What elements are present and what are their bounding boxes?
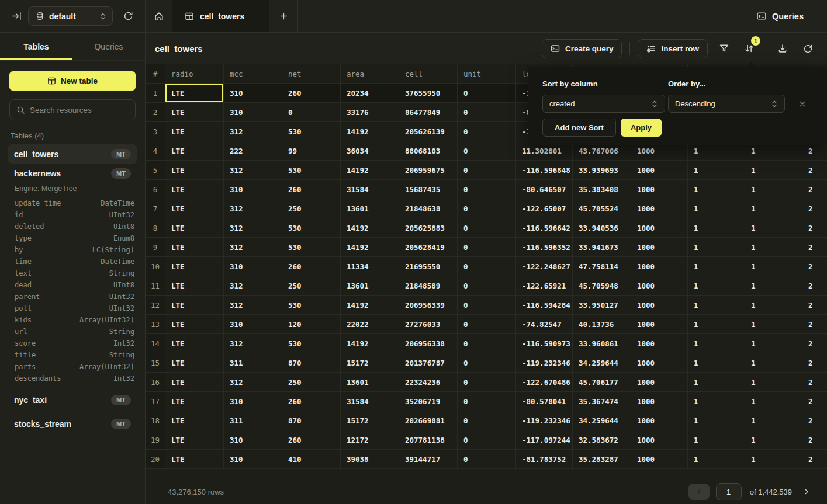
table-cell[interactable]: -119.232346 bbox=[516, 411, 573, 430]
table-cell[interactable]: 310 bbox=[224, 450, 282, 469]
table-cell[interactable]: 1 bbox=[688, 276, 745, 296]
table-cell[interactable]: 0 bbox=[458, 257, 516, 276]
table-cell[interactable]: 33.941673 bbox=[573, 238, 631, 257]
table-cell[interactable]: 2 bbox=[802, 257, 827, 276]
table-cell[interactable]: LTE bbox=[165, 180, 224, 199]
table-cell[interactable]: 1000 bbox=[631, 353, 688, 373]
table-cell[interactable]: 530 bbox=[282, 296, 341, 315]
table-cell[interactable]: 1 bbox=[745, 373, 802, 392]
table-cell[interactable]: 86477849 bbox=[399, 103, 458, 122]
table-cell[interactable]: 0 bbox=[458, 353, 516, 373]
table-cell[interactable]: -81.783752 bbox=[516, 450, 573, 469]
table-cell[interactable]: 0 bbox=[458, 238, 516, 257]
table-cell[interactable]: 1000 bbox=[631, 257, 688, 276]
table-cell[interactable]: 312 bbox=[224, 218, 282, 238]
table-cell[interactable]: 34.259644 bbox=[573, 411, 631, 430]
table-cell[interactable]: 34.259644 bbox=[573, 353, 631, 373]
selected-cell[interactable]: LTE bbox=[165, 84, 224, 103]
table-cell[interactable]: 312 bbox=[224, 238, 282, 257]
table-cell[interactable]: 88068103 bbox=[399, 141, 458, 161]
table-cell[interactable]: 2 bbox=[802, 180, 827, 199]
database-selector[interactable]: default bbox=[28, 6, 113, 26]
table-cell[interactable]: 0 bbox=[458, 392, 516, 411]
column-header-area[interactable]: area bbox=[341, 64, 399, 84]
table-cell[interactable]: 311 bbox=[224, 353, 282, 373]
table-cell[interactable]: 1000 bbox=[631, 180, 688, 199]
page-number-input[interactable] bbox=[716, 483, 742, 500]
table-cell[interactable]: 1 bbox=[688, 411, 745, 430]
table-cell[interactable]: -122.248627 bbox=[516, 257, 573, 276]
table-cell[interactable]: 14192 bbox=[341, 334, 399, 353]
table-cell[interactable]: 1 bbox=[745, 450, 802, 469]
table-cell[interactable]: -122.65007 bbox=[516, 199, 573, 218]
table-cell[interactable]: 0 bbox=[458, 411, 516, 430]
tab-cell-towers[interactable]: cell_towers bbox=[172, 0, 269, 32]
next-page-button[interactable] bbox=[800, 484, 813, 500]
table-cell[interactable]: 206959675 bbox=[399, 161, 458, 180]
table-cell[interactable]: 21848638 bbox=[399, 199, 458, 218]
table-cell[interactable]: 2 bbox=[802, 430, 827, 450]
table-cell[interactable]: 13601 bbox=[341, 199, 399, 218]
table-cell[interactable]: 31584 bbox=[341, 392, 399, 411]
table-cell[interactable]: 1000 bbox=[631, 238, 688, 257]
table-cell[interactable]: 310 bbox=[224, 180, 282, 199]
table-cell[interactable]: 312 bbox=[224, 122, 282, 141]
table-cell[interactable]: 47.758114 bbox=[573, 257, 631, 276]
table-cell[interactable]: 1 bbox=[688, 430, 745, 450]
table-cell[interactable]: 33.939693 bbox=[573, 161, 631, 180]
table-cell[interactable]: 312 bbox=[224, 373, 282, 392]
sidebar-tab-tables[interactable]: Tables bbox=[0, 33, 72, 60]
table-cell[interactable]: 1 bbox=[688, 296, 745, 315]
table-cell[interactable]: -80.578041 bbox=[516, 392, 573, 411]
table-cell[interactable]: 45.706177 bbox=[573, 373, 631, 392]
sidebar-tab-queries[interactable]: Queries bbox=[72, 33, 145, 60]
table-cell[interactable]: 1 bbox=[688, 161, 745, 180]
table-cell[interactable]: 310 bbox=[224, 103, 282, 122]
table-cell[interactable]: 1 bbox=[688, 392, 745, 411]
table-cell[interactable]: 260 bbox=[282, 180, 341, 199]
table-cell[interactable]: LTE bbox=[165, 276, 224, 296]
table-cell[interactable]: 260 bbox=[282, 84, 341, 103]
table-cell[interactable]: LTE bbox=[165, 392, 224, 411]
table-cell[interactable]: -116.596848 bbox=[516, 161, 573, 180]
table-cell[interactable]: LTE bbox=[165, 103, 224, 122]
table-cell[interactable]: -117.097244 bbox=[516, 430, 573, 450]
download-icon[interactable] bbox=[774, 40, 791, 57]
table-cell[interactable]: 14192 bbox=[341, 238, 399, 257]
table-cell[interactable]: 2 bbox=[802, 334, 827, 353]
table-cell[interactable]: 0 bbox=[458, 161, 516, 180]
refresh-table-icon[interactable] bbox=[799, 40, 816, 57]
table-cell[interactable]: 32.583672 bbox=[573, 430, 631, 450]
table-cell[interactable]: 1 bbox=[745, 296, 802, 315]
insert-row-button[interactable]: Insert row bbox=[638, 39, 708, 58]
table-cell[interactable]: 1 bbox=[745, 180, 802, 199]
new-table-button[interactable]: New table bbox=[9, 71, 136, 91]
table-cell[interactable]: -122.65921 bbox=[516, 276, 573, 296]
table-cell[interactable]: LTE bbox=[165, 315, 224, 334]
table-cell[interactable]: 15687435 bbox=[399, 180, 458, 199]
table-cell[interactable]: 1 bbox=[745, 238, 802, 257]
table-cell[interactable]: 310 bbox=[224, 315, 282, 334]
table-cell[interactable]: -116.596352 bbox=[516, 238, 573, 257]
table-cell[interactable]: 2 bbox=[802, 238, 827, 257]
table-cell[interactable]: 1 bbox=[688, 373, 745, 392]
sidebar-item-stocks-stream[interactable]: stocks_stream MT bbox=[8, 414, 137, 433]
new-tab-button[interactable] bbox=[269, 0, 298, 32]
table-cell[interactable]: LTE bbox=[165, 122, 224, 141]
table-cell[interactable]: 205625883 bbox=[399, 218, 458, 238]
table-cell[interactable]: 40.13736 bbox=[573, 315, 631, 334]
table-cell[interactable]: 205626139 bbox=[399, 122, 458, 141]
table-cell[interactable]: 0 bbox=[458, 122, 516, 141]
table-cell[interactable]: 310 bbox=[224, 84, 282, 103]
table-cell[interactable]: 36034 bbox=[341, 141, 399, 161]
table-cell[interactable]: 310 bbox=[224, 430, 282, 450]
table-cell[interactable]: LTE bbox=[165, 161, 224, 180]
table-cell[interactable]: 530 bbox=[282, 122, 341, 141]
table-cell[interactable]: LTE bbox=[165, 373, 224, 392]
table-cell[interactable]: 14192 bbox=[341, 296, 399, 315]
table-cell[interactable]: 22022 bbox=[341, 315, 399, 334]
table-cell[interactable]: 35.283287 bbox=[573, 450, 631, 469]
table-cell[interactable]: 31584 bbox=[341, 180, 399, 199]
table-cell[interactable]: 1000 bbox=[631, 392, 688, 411]
column-header-cell[interactable]: cell bbox=[399, 64, 458, 84]
